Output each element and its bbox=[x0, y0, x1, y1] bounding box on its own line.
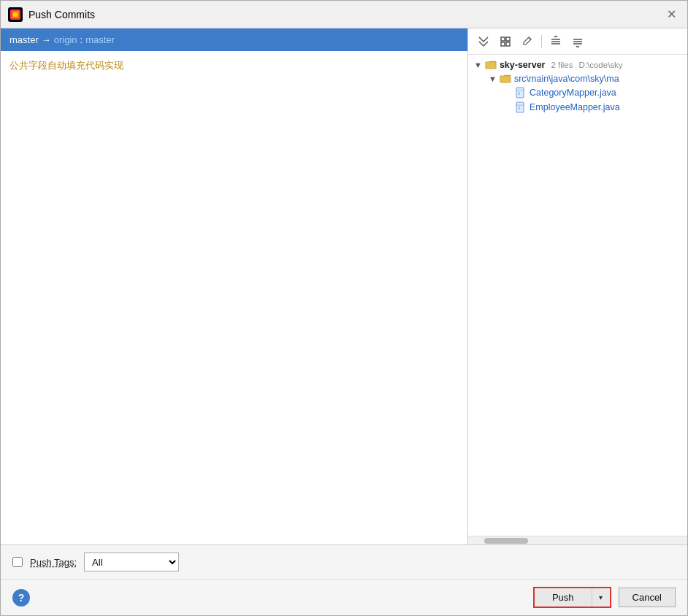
group-button[interactable] bbox=[496, 32, 515, 51]
expand-up-button[interactable] bbox=[546, 32, 565, 51]
left-panel: master → origin : master 公共字段自动填充代码实现 bbox=[1, 28, 468, 544]
toolbar-separator bbox=[541, 35, 542, 48]
right-toolbar bbox=[468, 28, 687, 55]
employee-mapper-row: J EmployeeMapper.java bbox=[509, 100, 687, 115]
root-expand-icon[interactable]: ▼ bbox=[474, 61, 482, 69]
app-icon bbox=[8, 7, 23, 22]
folder-icon bbox=[485, 60, 497, 70]
svg-text:J: J bbox=[518, 91, 520, 96]
tree-root: ▼ sky-server 2 files D:\code\sky bbox=[468, 58, 687, 72]
arrow: → bbox=[42, 34, 51, 45]
employee-mapper-file[interactable]: EmployeeMapper.java bbox=[530, 102, 620, 112]
collapse-all-button[interactable] bbox=[474, 32, 493, 51]
svg-rect-4 bbox=[501, 37, 505, 41]
footer: ? Push ▾ Cancel bbox=[1, 579, 687, 615]
push-dropdown-button[interactable]: ▾ bbox=[592, 588, 610, 607]
edit-button[interactable] bbox=[518, 32, 537, 51]
file-tree: ▼ sky-server 2 files D:\code\sky ▼ bbox=[468, 55, 687, 536]
tree-sub-level2: J CategoryMapper.java J EmployeeMappe bbox=[483, 85, 687, 115]
push-commits-dialog: Push Commits ✕ master → origin : master … bbox=[0, 0, 688, 616]
src-folder-row: ▼ src\main\java\com\sky\ma bbox=[483, 72, 687, 85]
title-bar: Push Commits ✕ bbox=[1, 1, 687, 28]
title-bar-left: Push Commits bbox=[8, 7, 95, 22]
svg-rect-6 bbox=[501, 42, 505, 46]
separator: : bbox=[80, 34, 83, 45]
tree-spacer bbox=[468, 115, 687, 480]
src-folder-icon bbox=[500, 74, 511, 84]
file-count: 2 files bbox=[551, 61, 573, 69]
source-branch: master bbox=[9, 34, 39, 45]
branch-bar: master → origin : master bbox=[1, 28, 467, 51]
svg-text:J: J bbox=[518, 106, 520, 110]
group-icon bbox=[500, 36, 511, 47]
expand-up-icon bbox=[550, 36, 562, 47]
push-btn-group: Push ▾ bbox=[533, 587, 611, 608]
root-folder-name: sky-server bbox=[500, 60, 546, 70]
tree-sub-level1: ▼ src\main\java\com\sky\ma bbox=[468, 72, 687, 115]
footer-right: Push ▾ Cancel bbox=[533, 587, 676, 608]
edit-icon bbox=[521, 36, 533, 47]
main-content: master → origin : master 公共字段自动填充代码实现 bbox=[1, 28, 687, 544]
h-scrollbar[interactable] bbox=[468, 536, 687, 544]
category-mapper-row: J CategoryMapper.java bbox=[509, 85, 687, 100]
target-branch-link[interactable]: master bbox=[85, 34, 115, 45]
svg-rect-5 bbox=[506, 37, 510, 41]
h-scrollbar-thumb[interactable] bbox=[484, 538, 528, 544]
java-file-icon-1: J bbox=[515, 87, 527, 99]
right-panel: ▼ sky-server 2 files D:\code\sky ▼ bbox=[468, 28, 687, 544]
src-expand-icon[interactable]: ▼ bbox=[489, 74, 497, 83]
bottom-bar: Push Tags: All bbox=[1, 544, 687, 579]
svg-line-8 bbox=[529, 37, 531, 39]
push-button[interactable]: Push bbox=[535, 588, 592, 607]
commit-item: 公共字段自动填充代码实现 bbox=[9, 57, 459, 74]
cancel-button[interactable]: Cancel bbox=[619, 588, 676, 607]
java-file-icon-2: J bbox=[515, 101, 527, 113]
root-path: D:\code\sky bbox=[579, 61, 623, 69]
src-folder-name: src\main\java\com\sky\ma bbox=[514, 74, 619, 84]
tags-select[interactable]: All bbox=[84, 553, 179, 571]
expand-down-icon bbox=[572, 36, 584, 47]
remote-link[interactable]: origin bbox=[54, 34, 77, 45]
close-button[interactable]: ✕ bbox=[662, 6, 680, 23]
expand-down-button[interactable] bbox=[568, 32, 587, 51]
svg-rect-7 bbox=[506, 42, 510, 46]
push-tags-checkbox[interactable] bbox=[12, 557, 23, 567]
category-mapper-file[interactable]: CategoryMapper.java bbox=[530, 88, 616, 98]
push-tags-label[interactable]: Push Tags: bbox=[30, 557, 77, 568]
svg-rect-3 bbox=[13, 12, 18, 17]
help-button[interactable]: ? bbox=[12, 589, 30, 607]
commit-list: 公共字段自动填充代码实现 bbox=[1, 51, 467, 544]
dialog-title: Push Commits bbox=[28, 9, 95, 20]
collapse-icon bbox=[478, 36, 489, 47]
